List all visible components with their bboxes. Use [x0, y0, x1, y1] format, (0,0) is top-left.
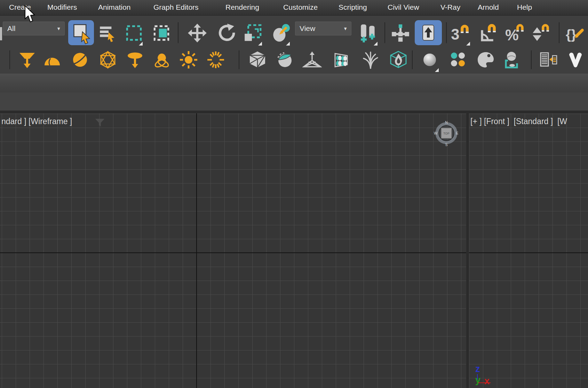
- viewport-filter-icon[interactable]: [95, 118, 105, 128]
- material-preview-icon: [503, 50, 523, 70]
- select-and-move-button[interactable]: [187, 23, 207, 43]
- vray-override-material-button[interactable]: [420, 50, 439, 70]
- spinner-snap-toggle-button[interactable]: [531, 23, 551, 43]
- vray-sun-button[interactable]: [179, 50, 198, 70]
- toolbar-separator: [559, 22, 559, 43]
- infinite-plane-icon: [302, 50, 322, 70]
- vray-disc-light-button[interactable]: [125, 50, 145, 70]
- sky-rays-icon: [206, 50, 225, 70]
- use-center-icon: [358, 23, 378, 43]
- select-and-rotate-button[interactable]: [215, 23, 236, 43]
- vray-plane-light-button[interactable]: [17, 50, 37, 70]
- ies-light-icon: [152, 50, 172, 70]
- flyout-indicator: [258, 42, 262, 46]
- vray-fur-button[interactable]: [361, 50, 380, 70]
- flyout-indicator: [139, 42, 143, 46]
- toolbar-separator: [239, 50, 239, 69]
- viewport-top[interactable]: [0, 113, 466, 388]
- ribbon-collapsed-band: [0, 92, 588, 111]
- viewport-front-label[interactable]: [+ ] [Front ] [Standard ] [W: [470, 117, 567, 126]
- angle-snap-icon: [477, 23, 497, 43]
- menu-vray[interactable]: V-Ray: [440, 3, 460, 11]
- spinner-snap-icon: [531, 23, 551, 43]
- mesh-light-icon: [98, 50, 118, 70]
- menu-arnold[interactable]: Arnold: [478, 3, 499, 11]
- viewcube-south[interactable]: S: [445, 143, 447, 147]
- vray-ies-light-button[interactable]: [152, 50, 172, 70]
- viewcube[interactable]: TOP N E S W: [432, 119, 460, 147]
- axis-x-label: x: [484, 377, 490, 386]
- menu-customize[interactable]: Customize: [283, 3, 318, 11]
- vray-volume-grid-button[interactable]: [389, 50, 408, 70]
- grid-origin-horizontal: [469, 252, 588, 253]
- window-crossing-toggle-button[interactable]: [151, 23, 172, 43]
- select-and-scale-button[interactable]: [243, 23, 263, 43]
- rotate-icon: [215, 23, 236, 43]
- disc-light-icon: [125, 50, 145, 70]
- snap-3d-icon: 3: [450, 23, 470, 43]
- vray-light-lister-button[interactable]: [331, 50, 351, 70]
- viewcube-north[interactable]: N: [445, 120, 448, 124]
- rectangular-selection-region-button[interactable]: [124, 23, 144, 43]
- clipped-toolbar-button[interactable]: [0, 27, 2, 40]
- viewport-divider[interactable]: [466, 113, 469, 388]
- selection-filter-value: All: [7, 24, 15, 33]
- reference-coordinate-dropdown[interactable]: View ▼: [295, 22, 351, 35]
- toolbar-separator: [531, 50, 532, 69]
- menu-civil-view[interactable]: Civil View: [388, 3, 419, 11]
- coordinate-system-value: View: [300, 24, 315, 33]
- viewcube-west[interactable]: W: [434, 131, 437, 135]
- proxy-cube-icon: [248, 50, 267, 70]
- plane-light-icon: [17, 50, 37, 70]
- menu-scripting[interactable]: Scripting: [339, 3, 367, 11]
- volume-grid-icon: [389, 50, 408, 70]
- angle-snap-toggle-button[interactable]: [477, 23, 497, 43]
- override-material-icon: [420, 50, 439, 70]
- vray-material-editor-button[interactable]: [476, 50, 495, 70]
- snaps-toggle-button[interactable]: 3: [450, 23, 470, 43]
- menu-modifiers[interactable]: Modifiers: [47, 3, 77, 11]
- percent-snap-toggle-button[interactable]: %: [505, 23, 525, 43]
- viewport-top-label[interactable]: ndard ] [Wireframe ]: [1, 117, 72, 126]
- keyboard-override-icon: [419, 23, 438, 42]
- edit-named-selection-sets-button[interactable]: {}: [565, 23, 585, 43]
- selection-filter-dropdown[interactable]: All ▼: [3, 22, 65, 35]
- vray-proxy-button[interactable]: [248, 50, 267, 70]
- displacement-sphere-icon: [275, 50, 294, 70]
- select-and-place-button[interactable]: [270, 23, 291, 43]
- menu-graph-editors[interactable]: Graph Editors: [153, 3, 199, 11]
- vray-mesh-light-button[interactable]: [98, 50, 118, 70]
- rectangular-region-icon: [124, 23, 144, 43]
- window-crossing-icon: [151, 23, 172, 43]
- vray-dome-light-button[interactable]: [42, 50, 62, 70]
- vray-about-button[interactable]: [566, 50, 585, 70]
- keyboard-shortcut-override-button[interactable]: [415, 20, 442, 45]
- viewcube-face-label[interactable]: TOP: [443, 132, 450, 135]
- use-center-flyout-button[interactable]: [358, 23, 378, 43]
- menu-animation[interactable]: Animation: [98, 3, 130, 11]
- select-by-name-icon: [98, 23, 118, 43]
- vray-infinite-plane-button[interactable]: [302, 50, 322, 70]
- vray-render-settings-button[interactable]: [539, 50, 558, 70]
- vray-sphere-light-button[interactable]: [70, 50, 90, 70]
- select-and-manipulate-button[interactable]: [390, 23, 411, 43]
- select-by-name-button[interactable]: [98, 23, 118, 43]
- viewcube-east[interactable]: E: [456, 131, 458, 135]
- named-selection-sets-icon: {}: [565, 23, 585, 43]
- dome-light-icon: [42, 50, 62, 70]
- select-object-button[interactable]: [68, 20, 94, 45]
- grid-origin-vertical: [196, 113, 197, 388]
- vray-material-button[interactable]: [448, 50, 468, 70]
- flyout-indicator: [435, 68, 439, 72]
- vray-displacement-button[interactable]: [275, 50, 294, 70]
- menu-help[interactable]: Help: [517, 3, 532, 11]
- grid-origin-horizontal: [0, 252, 466, 253]
- vray-sky-button[interactable]: [206, 50, 225, 70]
- menu-rendering[interactable]: Rendering: [225, 3, 259, 11]
- palette-icon: [476, 50, 495, 70]
- vray-logo-icon: [566, 50, 585, 70]
- toolbar-separator: [384, 22, 385, 43]
- vray-material-preview-button[interactable]: [503, 50, 523, 70]
- chevron-down-icon: ▼: [53, 26, 61, 31]
- viewport-front[interactable]: [469, 113, 588, 388]
